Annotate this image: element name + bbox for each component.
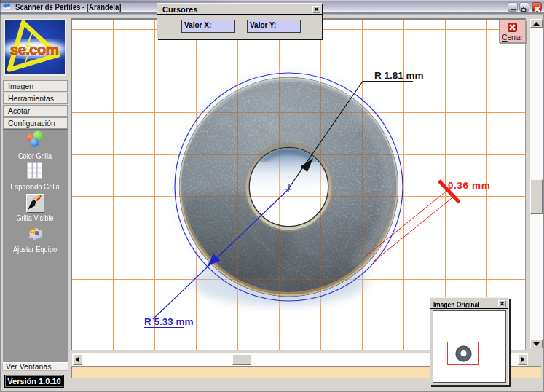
svg-text:0.36 mm: 0.36 mm bbox=[448, 180, 490, 191]
svg-text:R 1.81 mm: R 1.81 mm bbox=[374, 70, 424, 81]
svg-text:R 5.33 mm: R 5.33 mm bbox=[144, 316, 194, 327]
svg-text:se.com: se.com bbox=[10, 41, 59, 58]
